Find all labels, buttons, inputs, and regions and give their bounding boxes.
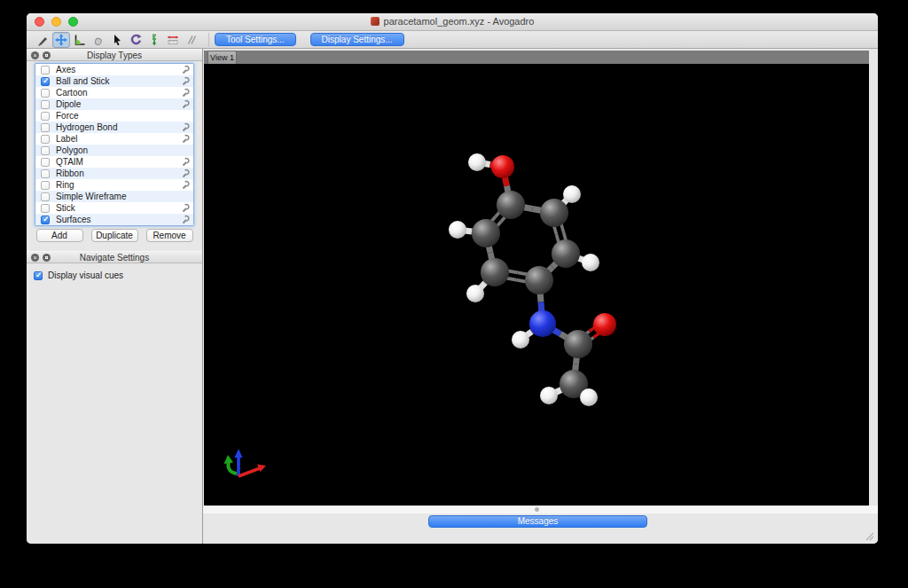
display-type-row[interactable]: Ribbon — [35, 168, 193, 179]
panel-close-icon[interactable]: × — [31, 51, 39, 59]
display-type-row[interactable]: Cartoon — [35, 87, 193, 98]
display-type-row[interactable]: Stick — [35, 202, 193, 214]
display-type-row[interactable]: QTAIM — [35, 156, 193, 168]
display-type-row[interactable]: Simple Wireframe — [35, 191, 193, 202]
display-type-checkbox[interactable] — [41, 146, 50, 155]
display-types-header: × Display Types — [27, 49, 202, 61]
display-type-row[interactable]: Force — [35, 110, 193, 122]
display-type-checkbox[interactable] — [41, 169, 50, 178]
display-type-checkbox[interactable] — [41, 158, 50, 167]
display-type-checkbox[interactable] — [41, 66, 50, 74]
display-type-label: Label — [56, 134, 180, 144]
wrench-icon[interactable] — [180, 76, 190, 86]
bond-centric-tool-button[interactable] — [71, 32, 89, 48]
display-type-checkbox[interactable] — [41, 100, 50, 109]
wrench-icon[interactable] — [180, 65, 190, 74]
gl-viewport[interactable] — [204, 64, 869, 506]
app-icon — [371, 17, 380, 26]
messages-button[interactable]: Messages — [428, 515, 647, 528]
display-type-row[interactable]: Dipole — [35, 98, 193, 110]
display-type-checkbox[interactable] — [41, 216, 50, 224]
display-type-row[interactable]: Ring — [35, 179, 193, 191]
display-type-row[interactable]: Axes — [35, 64, 193, 75]
display-type-label: Ball and Stick — [56, 76, 180, 86]
navigate-tool-button[interactable] — [52, 32, 70, 48]
panel-close-icon[interactable]: × — [31, 254, 39, 262]
resize-grip-icon[interactable] — [864, 530, 874, 541]
pencil-icon — [35, 33, 50, 47]
display-type-row[interactable]: Hydrogen Bond — [35, 122, 193, 133]
auto-rotate-tool-button[interactable] — [127, 32, 145, 48]
display-type-checkbox[interactable] — [41, 192, 50, 201]
display-type-checkbox[interactable] — [41, 112, 50, 121]
selection-tool-button[interactable] — [108, 32, 126, 48]
display-type-label: Dipole — [56, 99, 180, 109]
display-type-checkbox[interactable] — [41, 135, 50, 144]
display-type-checkbox[interactable] — [41, 89, 50, 98]
measure-ruler-icon — [166, 33, 180, 47]
display-type-checkbox[interactable] — [41, 204, 50, 213]
window-title: paracetamol_geom.xyz - Avogadro — [27, 16, 878, 27]
bond-angle-icon — [73, 33, 87, 47]
display-type-label: Cartoon — [56, 88, 180, 98]
duplicate-button[interactable]: Duplicate — [91, 229, 138, 242]
manipulate-tool-button[interactable] — [90, 32, 107, 48]
left-dock: × Display Types AxesBall and StickCartoo… — [27, 49, 203, 544]
display-type-row[interactable]: Polygon — [35, 145, 193, 156]
wrench-icon[interactable] — [180, 180, 190, 190]
wrench-icon[interactable] — [180, 203, 190, 213]
display-type-label: Surfaces — [56, 215, 180, 224]
display-type-label: Polygon — [56, 145, 190, 155]
display-type-row[interactable]: Ball and Stick — [35, 75, 193, 87]
draw-tool-button[interactable] — [34, 32, 51, 48]
display-type-row[interactable]: Surfaces — [35, 214, 193, 225]
remove-button[interactable]: Remove — [146, 229, 193, 242]
molecule-render — [204, 64, 869, 506]
navigate-arrows-icon — [54, 33, 68, 47]
cursor-arrow-icon — [110, 33, 124, 47]
align-tool-button[interactable] — [183, 32, 200, 48]
bottom-splitter[interactable] — [203, 506, 878, 514]
wrench-icon[interactable] — [180, 88, 190, 98]
add-button[interactable]: Add — [36, 229, 83, 242]
auto-optimize-tool-button[interactable] — [145, 32, 163, 48]
wrench-icon[interactable] — [180, 122, 190, 132]
visual-cues-row: Display visual cues — [34, 270, 202, 280]
view-tab[interactable]: View 1 — [207, 51, 237, 64]
wrench-icon[interactable] — [180, 215, 190, 224]
display-type-label: Ring — [56, 180, 180, 190]
align-icon — [184, 33, 199, 47]
toolbar: Tool Settings... Display Settings... — [27, 31, 878, 49]
wrench-icon[interactable] — [180, 99, 190, 109]
display-type-row[interactable]: Label — [35, 133, 193, 145]
splitter-handle-icon[interactable] — [535, 507, 539, 512]
display-type-checkbox[interactable] — [41, 123, 50, 132]
display-type-label: Ribbon — [56, 169, 180, 178]
wrench-icon[interactable] — [180, 169, 190, 178]
titlebar: paracetamol_geom.xyz - Avogadro — [27, 13, 878, 31]
visual-cues-checkbox[interactable] — [34, 271, 43, 280]
avogadro-window: paracetamol_geom.xyz - Avogadro — [27, 13, 878, 544]
navigate-settings-header: × Navigate Settings — [27, 251, 202, 263]
toolbar-separator — [208, 33, 209, 47]
display-type-checkbox[interactable] — [41, 181, 50, 190]
display-types-title: Display Types — [87, 51, 142, 60]
display-settings-button[interactable]: Display Settings... — [310, 33, 404, 46]
display-types-buttons: Add Duplicate Remove — [27, 229, 202, 242]
wrench-icon[interactable] — [180, 157, 190, 167]
panel-float-icon[interactable] — [43, 51, 51, 59]
main-area: View 1 Messages — [203, 49, 878, 544]
display-types-list[interactable]: AxesBall and StickCartoonDipoleForceHydr… — [35, 63, 194, 226]
display-type-label: Stick — [56, 203, 180, 213]
optimize-icon — [147, 33, 161, 47]
display-type-label: Hydrogen Bond — [56, 122, 180, 132]
navigate-settings-title: Navigate Settings — [80, 253, 149, 263]
tool-settings-button[interactable]: Tool Settings... — [215, 33, 296, 46]
display-type-checkbox[interactable] — [41, 77, 50, 86]
display-type-label: QTAIM — [56, 157, 180, 167]
display-type-label: Axes — [56, 65, 180, 74]
measure-tool-button[interactable] — [164, 32, 182, 48]
wrench-icon[interactable] — [180, 134, 190, 144]
panel-float-icon[interactable] — [43, 254, 51, 262]
view-tabbar: View 1 — [204, 51, 869, 64]
